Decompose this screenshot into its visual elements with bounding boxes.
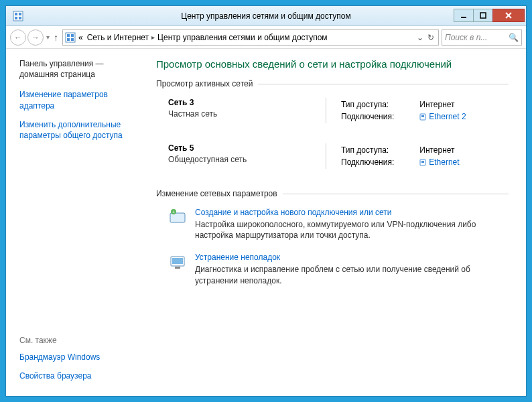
content: Панель управления — домашняя страница Из… bbox=[6, 49, 526, 396]
access-type-label: Тип доступа: bbox=[341, 145, 398, 155]
minimize-button[interactable] bbox=[454, 9, 474, 22]
connections-label: Подключения: bbox=[341, 111, 398, 122]
svg-rect-4 bbox=[19, 17, 21, 19]
breadcrumb-seg-1[interactable]: Сеть и Интернет bbox=[87, 33, 149, 42]
titlebar: Центр управления сетями и общим доступом bbox=[6, 6, 526, 26]
access-type-value: Интернет bbox=[399, 145, 463, 155]
window-title: Центр управления сетями и общим доступом bbox=[181, 11, 351, 21]
svg-rect-3 bbox=[15, 17, 17, 19]
address-dropdown-icon[interactable]: ⌄ bbox=[417, 33, 423, 42]
svg-rect-22 bbox=[172, 258, 183, 264]
network-name: Сеть 3 bbox=[168, 98, 326, 107]
history-dropdown-icon[interactable]: ▾ bbox=[45, 34, 51, 41]
svg-rect-1 bbox=[15, 13, 17, 15]
access-type-value: Интернет bbox=[399, 99, 470, 110]
svg-rect-11 bbox=[71, 34, 74, 37]
divider bbox=[283, 194, 509, 194]
action-new-connection: + Создание и настройка нового подключени… bbox=[168, 208, 509, 241]
divider bbox=[258, 84, 509, 84]
network-name: Сеть 5 bbox=[168, 143, 326, 153]
troubleshoot-icon bbox=[168, 253, 187, 271]
svg-rect-10 bbox=[67, 34, 70, 37]
section-label: Изменение сетевых параметров bbox=[156, 189, 277, 198]
new-connection-icon: + bbox=[168, 208, 187, 226]
network-type: Общедоступная сеть bbox=[168, 155, 326, 164]
sidebar: Панель управления — домашняя страница Из… bbox=[6, 49, 148, 396]
section-change-settings: Изменение сетевых параметров bbox=[156, 189, 509, 198]
chevron-right-icon: ▸ bbox=[151, 34, 155, 41]
page-heading: Просмотр основных сведений о сети и наст… bbox=[156, 58, 509, 70]
breadcrumb-back[interactable]: « bbox=[78, 33, 83, 42]
back-button[interactable]: ← bbox=[10, 29, 26, 46]
forward-button[interactable]: → bbox=[27, 29, 44, 46]
section-label: Просмотр активных сетей bbox=[156, 79, 253, 88]
control-panel-home-link[interactable]: Панель управления — домашняя страница bbox=[19, 58, 140, 80]
ethernet-icon bbox=[419, 113, 426, 121]
sidebar-link-adapter[interactable]: Изменение параметров адаптера bbox=[19, 89, 140, 111]
network-block: Сеть 3 Частная сеть Тип доступа: Интерне… bbox=[168, 98, 509, 123]
action-desc: Диагностика и исправление проблем с сеть… bbox=[195, 264, 509, 285]
up-button[interactable]: ↑ bbox=[52, 32, 60, 43]
search-icon[interactable]: 🔍 bbox=[509, 33, 519, 42]
see-also-label: См. также bbox=[19, 336, 140, 345]
action-troubleshoot: Устранение неполадок Диагностика и испра… bbox=[168, 253, 509, 285]
search-input[interactable]: Поиск в п... 🔍 bbox=[442, 29, 522, 46]
network-block: Сеть 5 Общедоступная сеть Тип доступа: И… bbox=[168, 143, 509, 169]
search-placeholder: Поиск в п... bbox=[445, 33, 509, 42]
svg-rect-13 bbox=[71, 38, 74, 41]
action-title[interactable]: Устранение неполадок bbox=[195, 253, 509, 262]
ethernet-icon bbox=[419, 158, 426, 166]
connection-link[interactable]: Ethernet bbox=[419, 157, 459, 167]
sidebar-link-sharing[interactable]: Изменить дополнительные параметры общего… bbox=[19, 119, 140, 141]
connection-link[interactable]: Ethernet 2 bbox=[419, 112, 466, 121]
window: Центр управления сетями и общим доступом… bbox=[5, 5, 527, 397]
connections-label: Подключения: bbox=[341, 157, 398, 168]
sidebar-link-firewall[interactable]: Брандмауэр Windows bbox=[19, 352, 140, 362]
svg-rect-6 bbox=[480, 13, 486, 18]
nav-toolbar: ← → ▾ ↑ « Сеть и Интернет ▸ Центр управл… bbox=[6, 26, 526, 49]
access-type-label: Тип доступа: bbox=[341, 99, 398, 110]
svg-rect-2 bbox=[19, 13, 21, 15]
maximize-button[interactable] bbox=[473, 9, 493, 22]
section-active-networks: Просмотр активных сетей bbox=[156, 79, 509, 88]
window-controls bbox=[454, 9, 525, 23]
svg-rect-15 bbox=[421, 115, 424, 117]
address-bar[interactable]: « Сеть и Интернет ▸ Центр управления сет… bbox=[62, 29, 439, 46]
refresh-icon[interactable]: ↻ bbox=[427, 33, 434, 42]
close-button[interactable] bbox=[492, 9, 525, 22]
action-desc: Настройка широкополосного, коммутируемог… bbox=[195, 219, 509, 241]
control-panel-icon bbox=[64, 31, 76, 44]
action-title[interactable]: Создание и настройка нового подключения … bbox=[195, 208, 509, 217]
breadcrumb-seg-2[interactable]: Центр управления сетями и общим доступом bbox=[157, 33, 328, 42]
svg-rect-17 bbox=[421, 161, 424, 163]
main-pane: Просмотр основных сведений о сети и наст… bbox=[148, 49, 526, 396]
network-type: Частная сеть bbox=[168, 109, 326, 119]
svg-rect-12 bbox=[67, 38, 70, 41]
svg-text:+: + bbox=[172, 209, 176, 215]
sidebar-link-browser[interactable]: Свойства браузера bbox=[19, 371, 140, 381]
svg-rect-23 bbox=[175, 267, 180, 269]
app-icon bbox=[11, 9, 25, 23]
